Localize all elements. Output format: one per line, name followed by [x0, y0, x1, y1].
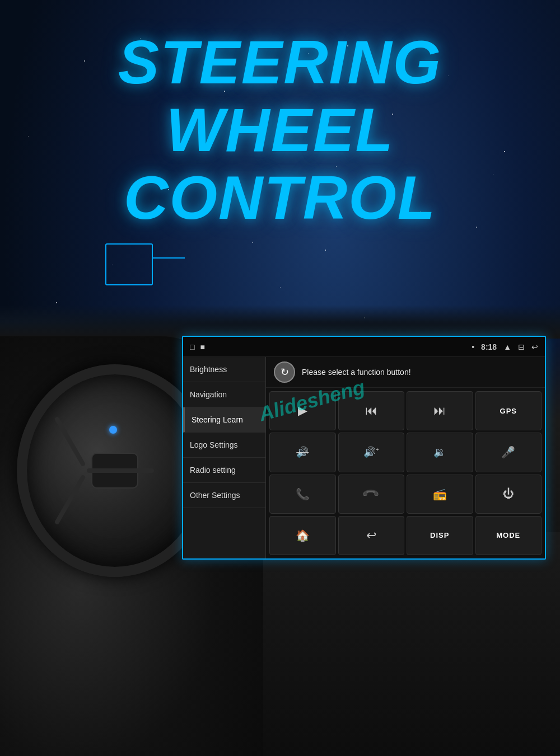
menu-item-other-settings[interactable]: Other Settings [183, 483, 265, 508]
btn-power[interactable]: ⏻ [475, 475, 542, 514]
gps-label: GPS [500, 407, 517, 415]
btn-mic[interactable]: 🎤 [475, 433, 542, 472]
btn-call[interactable]: 📞 [269, 475, 336, 514]
mode-label: MODE [496, 531, 520, 539]
btn-vol-up[interactable]: 🔊+ [338, 433, 405, 472]
back-icon: ↩ [531, 342, 538, 351]
next-icon: ⏭ [433, 403, 446, 418]
menu-item-brightness[interactable]: Brightness [183, 357, 265, 382]
arrow-up-icon: ▲ [503, 342, 511, 351]
btn-home[interactable]: 🏠 [269, 516, 336, 555]
connection-line [152, 257, 185, 259]
btn-hangup[interactable]: 📞 [338, 475, 405, 514]
horizon-line [0, 305, 560, 339]
status-time: 8:18 [481, 342, 497, 351]
btn-next[interactable]: ⏭ [407, 391, 473, 430]
menu-item-steering-learn[interactable]: Steering Learn [183, 407, 265, 433]
sw-selection-box [105, 243, 153, 285]
vol-up-icon: 🔊+ [363, 446, 379, 458]
title-line2: CONTROL [124, 163, 436, 232]
func-buttons-grid: ▶ ⏮ ⏭ GPS 🔊 🔊+ 🔉 [266, 388, 545, 558]
btn-gps[interactable]: GPS [475, 391, 542, 430]
back-status-icon: ■ [200, 342, 204, 351]
screen-ui: □ ■ • 8:18 ▲ ⊟ ↩ Brightness Navigation S… [182, 336, 546, 560]
prev-icon: ⏮ [365, 403, 377, 418]
btn-mode[interactable]: MODE [475, 516, 542, 555]
right-content: ↻ Please select a function button! ▶ ⏮ ⏭… [266, 357, 545, 558]
mute-icon: 🔊 [296, 446, 309, 458]
btn-disp[interactable]: DISP [407, 516, 473, 555]
play-icon: ▶ [298, 403, 307, 418]
refresh-icon: ↻ [281, 366, 289, 378]
btn-mute[interactable]: 🔊 [269, 433, 336, 472]
sw-button-highlight [109, 426, 117, 434]
menu-item-radio-setting[interactable]: Radio setting [183, 458, 265, 483]
call-icon: 📞 [296, 487, 310, 501]
screen-body: Brightness Navigation Steering Learn Log… [183, 357, 545, 558]
hangup-icon: 📞 [361, 484, 381, 504]
radio-icon: 📻 [433, 487, 447, 501]
menu-item-logo-settings[interactable]: Logo Settings [183, 433, 265, 458]
back-fn-icon: ↩ [366, 528, 376, 543]
mic-icon: 🎤 [501, 445, 515, 459]
power-icon: ⏻ [503, 487, 514, 500]
btn-back[interactable]: ↩ [338, 516, 405, 555]
main-title: STEERING WHEEL CONTROL [0, 28, 560, 231]
title-line1: STEERING WHEEL [118, 27, 442, 164]
window-icon: ⊟ [518, 342, 525, 351]
dot-icon: • [472, 342, 474, 351]
btn-prev[interactable]: ⏮ [338, 391, 405, 430]
home-status-icon: □ [190, 342, 194, 351]
status-bar: □ ■ • 8:18 ▲ ⊟ ↩ [183, 337, 545, 357]
btn-radio[interactable]: 📻 [407, 475, 473, 514]
left-menu: Brightness Navigation Steering Learn Log… [183, 357, 266, 558]
refresh-button[interactable]: ↻ [274, 361, 295, 383]
vol-down-icon: 🔉 [433, 446, 446, 458]
content-header: ↻ Please select a function button! [266, 357, 545, 388]
btn-play[interactable]: ▶ [269, 391, 336, 430]
btn-vol-down[interactable]: 🔉 [407, 433, 473, 472]
console-area [263, 532, 560, 756]
header-prompt: Please select a function button! [302, 368, 411, 377]
status-left-icons: □ ■ [190, 342, 205, 351]
home-icon: 🏠 [296, 529, 310, 542]
menu-item-navigation[interactable]: Navigation [183, 382, 265, 407]
disp-label: DISP [430, 531, 449, 539]
